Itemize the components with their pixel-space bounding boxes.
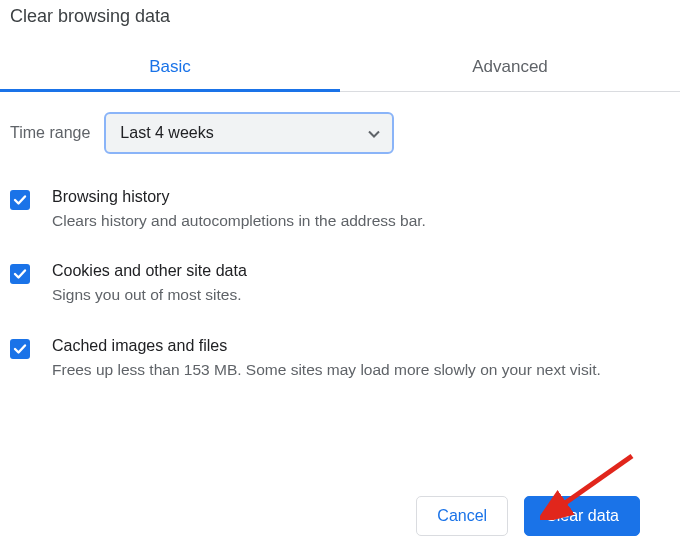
- tab-basic[interactable]: Basic: [0, 45, 340, 91]
- tab-advanced[interactable]: Advanced: [340, 45, 680, 91]
- tab-bar: Basic Advanced: [0, 45, 680, 92]
- dialog-actions: Cancel Clear data: [416, 496, 640, 536]
- time-range-value: Last 4 weeks: [120, 124, 213, 142]
- checkbox-browsing-history[interactable]: [10, 190, 30, 210]
- option-row: Cookies and other site data Signs you ou…: [10, 242, 670, 316]
- time-range-select[interactable]: Last 4 weeks: [104, 112, 394, 154]
- time-range-row: Time range Last 4 weeks: [0, 92, 680, 158]
- option-description: Frees up less than 153 MB. Some sites ma…: [52, 359, 670, 381]
- option-title: Cookies and other site data: [52, 262, 670, 280]
- option-title: Browsing history: [52, 188, 670, 206]
- option-title: Cached images and files: [52, 337, 670, 355]
- checkbox-cache[interactable]: [10, 339, 30, 359]
- clear-data-button[interactable]: Clear data: [524, 496, 640, 536]
- options-list: Browsing history Clears history and auto…: [0, 158, 680, 391]
- check-icon: [13, 267, 27, 281]
- option-description: Clears history and autocompletions in th…: [52, 210, 670, 232]
- dialog-title: Clear browsing data: [0, 0, 680, 27]
- check-icon: [13, 342, 27, 356]
- option-description: Signs you out of most sites.: [52, 284, 670, 306]
- time-range-label: Time range: [10, 124, 90, 142]
- option-row: Browsing history Clears history and auto…: [10, 168, 670, 242]
- cancel-button[interactable]: Cancel: [416, 496, 508, 536]
- checkbox-cookies[interactable]: [10, 264, 30, 284]
- option-row: Cached images and files Frees up less th…: [10, 317, 670, 391]
- check-icon: [13, 193, 27, 207]
